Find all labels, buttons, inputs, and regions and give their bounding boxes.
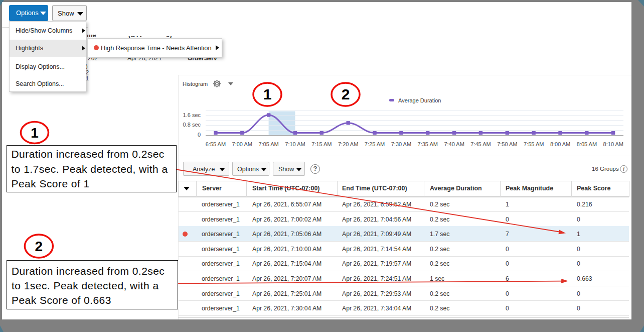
svg-text:1: 1 [31, 125, 39, 141]
svg-text:2: 2 [342, 86, 350, 102]
svg-text:2: 2 [35, 239, 43, 254]
svg-text:1: 1 [263, 86, 272, 102]
